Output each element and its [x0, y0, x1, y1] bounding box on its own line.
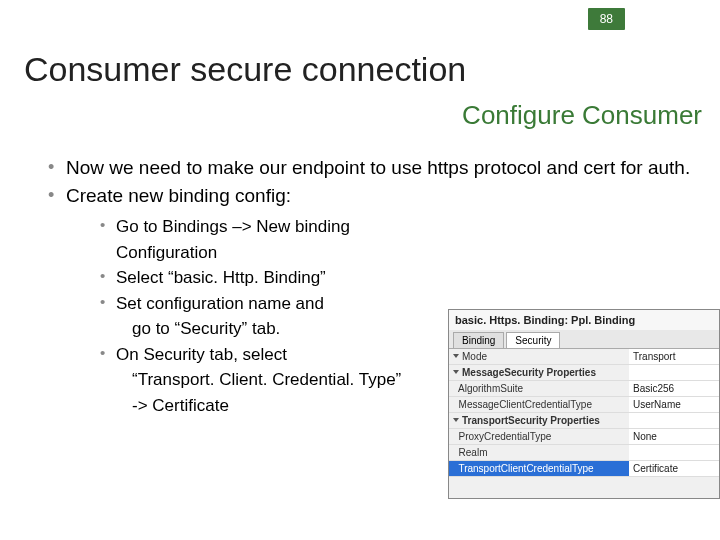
- figure-header: basic. Https. Binding: Ppl. Binding: [449, 310, 719, 330]
- topbar: 88: [0, 0, 720, 36]
- slide-title: Consumer secure connection: [24, 50, 466, 89]
- prop-val[interactable]: None: [629, 429, 719, 445]
- bullet-1: Now we need to make our endpoint to use …: [48, 155, 702, 181]
- prop-val[interactable]: UserName: [629, 397, 719, 413]
- prop-key: TransportSecurity Properties: [449, 413, 629, 429]
- tab-binding[interactable]: Binding: [453, 332, 504, 348]
- prop-key: MessageClientCredentialType: [449, 397, 629, 413]
- prop-val[interactable]: [629, 445, 719, 461]
- sub-bullet-2: Select “basic. Http. Binding”: [100, 265, 430, 291]
- sub-bullet-4: On Security tab, select “Transport. Clie…: [100, 342, 430, 419]
- slide-subtitle: Configure Consumer: [462, 100, 702, 131]
- config-screenshot: basic. Https. Binding: Ppl. Binding Bind…: [448, 309, 720, 499]
- sub-bullet-4-line3: -> Certificate: [116, 393, 430, 419]
- bullet-2-text: Create new binding config:: [66, 185, 291, 206]
- prop-val[interactable]: Basic256: [629, 381, 719, 397]
- prop-val: [629, 365, 719, 381]
- prop-val-selected[interactable]: Certificate: [629, 461, 719, 477]
- prop-val: [629, 413, 719, 429]
- page-number-badge: 88: [588, 8, 625, 30]
- prop-key: AlgorithmSuite: [449, 381, 629, 397]
- sub-bullet-1: Go to Bindings –> New binding Configurat…: [100, 214, 430, 265]
- sub-bullet-3-line1: Set configuration name and: [116, 294, 324, 313]
- prop-key-selected[interactable]: TransportClientCredentialType: [449, 461, 629, 477]
- sub-bullet-3: Set configuration name and go to “Securi…: [100, 291, 430, 342]
- prop-key: MessageSecurity Properties: [449, 365, 629, 381]
- figure-tabs: Binding Security: [449, 330, 719, 349]
- sub-bullet-4-line1: On Security tab, select: [116, 345, 287, 364]
- prop-val[interactable]: Transport: [629, 349, 719, 365]
- property-grid: ModeTransport MessageSecurity Properties…: [449, 349, 719, 477]
- tab-security[interactable]: Security: [506, 332, 560, 348]
- sub-bullet-3-line2: go to “Security” tab.: [116, 316, 430, 342]
- prop-key: Mode: [449, 349, 629, 365]
- sub-bullet-4-line2: “Transport. Client. Credential. Type”: [116, 367, 430, 393]
- prop-key: Realm: [449, 445, 629, 461]
- prop-key: ProxyCredentialType: [449, 429, 629, 445]
